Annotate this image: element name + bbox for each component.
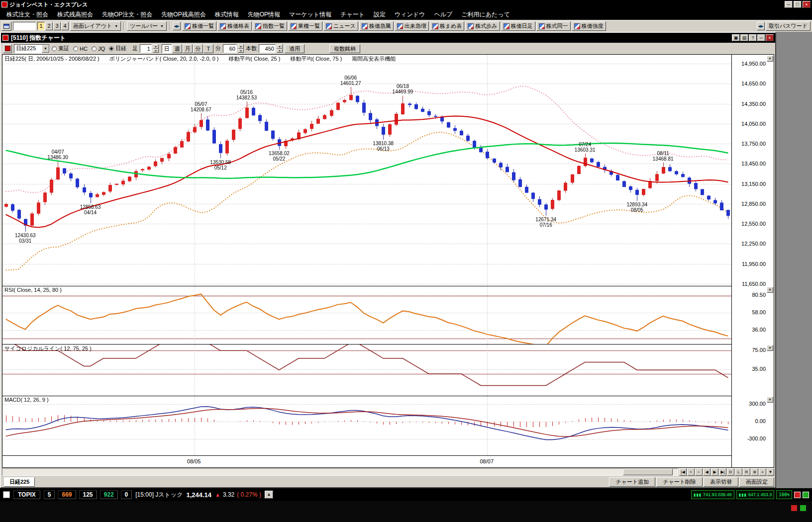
menu-item-8[interactable]: 設定 <box>369 9 390 20</box>
macd-canvas[interactable] <box>2 396 731 455</box>
bottom-button-0[interactable]: チャート追加 <box>609 477 655 487</box>
menu-item-3[interactable]: 先物OP残高照会 <box>157 9 210 20</box>
chevron-down-icon[interactable]: ▼ <box>42 45 49 53</box>
scrollbar-button-5[interactable]: ▶| <box>719 468 726 476</box>
market-radio-HC[interactable]: HC <box>73 46 88 52</box>
spinner-down-icon[interactable]: ▼ <box>153 49 159 53</box>
child-minimize-button[interactable]: ─ <box>757 34 765 41</box>
toolbar-button-0[interactable]: 株価一覧 <box>182 21 216 31</box>
count-spinner[interactable]: ▲▼ <box>277 44 283 53</box>
minute-input[interactable] <box>223 44 237 53</box>
chart-menu-button[interactable] <box>3 44 12 53</box>
toolbar-button-7[interactable]: 株まめ表 <box>430 21 465 31</box>
scrollbar-button-11[interactable]: ▼ <box>767 468 774 476</box>
scrollbar-button-7[interactable]: L <box>735 468 742 476</box>
panel-settings-dropdown-0[interactable]: ▼ <box>767 56 773 62</box>
market-radio-日経[interactable]: 日経 <box>109 45 126 52</box>
multi-symbol-button[interactable]: 複数銘柄 <box>329 44 360 53</box>
scrollbar-button-0[interactable]: |◀ <box>679 468 687 476</box>
toolbar-button-6[interactable]: 出来急増 <box>395 21 429 31</box>
dock-arrows-icon[interactable]: ◀▶ <box>757 22 765 30</box>
menu-item-0[interactable]: 株式注文・照会 <box>2 9 53 20</box>
toolbar-button-9[interactable]: 株価日足 <box>501 21 535 31</box>
scrollbar-thumb[interactable] <box>623 469 673 475</box>
spinner-up-icon[interactable]: ▲ <box>238 44 244 49</box>
layout-button-4[interactable]: 4 <box>61 22 69 30</box>
tab-nikkei225[interactable]: 日経225 <box>4 477 35 487</box>
status-checkbox[interactable] <box>3 491 10 498</box>
layout-button-1[interactable]: 1 <box>37 22 45 30</box>
spinner-down-icon[interactable]: ▼ <box>238 49 244 53</box>
maximize-button[interactable]: □ <box>794 1 802 8</box>
menu-item-1[interactable]: 株式残高照会 <box>53 9 98 20</box>
child-help-button[interactable]: ? <box>749 34 757 41</box>
menu-item-2[interactable]: 先物OP注文・照会 <box>98 9 157 20</box>
menu-item-9[interactable]: ウィンドウ <box>390 9 429 20</box>
child-close-button[interactable]: × <box>766 34 774 41</box>
toolbar-button-3[interactable]: 業種一覧 <box>288 21 322 31</box>
market-radio-東証[interactable]: 東証 <box>52 45 69 52</box>
toolbar-button-4[interactable]: ニュース <box>323 21 358 31</box>
close-button[interactable]: × <box>803 1 811 8</box>
period-button-日[interactable]: 日 <box>162 44 172 53</box>
scrollbar-button-1[interactable]: + <box>687 468 695 476</box>
minimize-button[interactable]: ─ <box>785 1 793 8</box>
child-pin-button[interactable]: ▣ <box>732 34 740 41</box>
menu-item-5[interactable]: 先物OP情報 <box>243 9 285 20</box>
scrollbar-button-8[interactable]: R <box>743 468 750 476</box>
toolbar-menu-button[interactable]: ツールバー ▼ <box>127 21 167 31</box>
toolbar-button-11[interactable]: 株価強度 <box>572 21 606 31</box>
toolbar-button-10[interactable]: 株式同一 <box>536 21 571 31</box>
panel-settings-dropdown-2[interactable]: ▼ <box>767 345 773 351</box>
apply-button[interactable]: 適用 <box>285 44 304 53</box>
period-button-分[interactable]: 分 <box>193 44 203 53</box>
layout-button-3[interactable]: 3 <box>53 22 61 30</box>
rsi-canvas[interactable] <box>2 286 731 344</box>
menu-item-7[interactable]: チャート <box>336 9 369 20</box>
tray-red-icon <box>791 505 797 511</box>
toolbar-button-2[interactable]: 指数一覧 <box>253 21 287 31</box>
bottom-button-1[interactable]: チャート削除 <box>656 477 703 487</box>
scrollbar-button-4[interactable]: ▶ <box>711 468 718 476</box>
bar-count-input[interactable] <box>140 44 152 53</box>
minute-spinner[interactable]: ▲▼ <box>238 44 244 53</box>
period-button-月[interactable]: 月 <box>183 44 193 53</box>
period-button-週[interactable]: 週 <box>172 44 182 53</box>
window-icon-button[interactable] <box>1 21 11 31</box>
trade-password-button[interactable]: 取引パスワード <box>766 21 811 31</box>
spinner-up-icon[interactable]: ▲ <box>153 44 159 49</box>
bottom-button-3[interactable]: 画面設定 <box>739 477 774 487</box>
toolbar-button-5[interactable]: 株価急騰 <box>359 21 394 31</box>
child-restore-button[interactable]: ▤ <box>740 34 748 41</box>
toolbar-blank-field[interactable] <box>13 22 36 30</box>
menu-item-6[interactable]: マーケット情報 <box>285 9 336 20</box>
count-input[interactable] <box>259 44 276 53</box>
panel-settings-dropdown-1[interactable]: ▼ <box>767 287 773 293</box>
menu-item-11[interactable]: ご利用にあたって <box>457 9 514 20</box>
symbol-select[interactable]: 日経225 ▼ <box>14 44 50 53</box>
scrollbar-button-3[interactable]: ◀ <box>703 468 710 476</box>
bar-count-spinner[interactable]: ▲▼ <box>153 44 159 53</box>
psy-canvas[interactable] <box>2 345 731 396</box>
popup-button[interactable]: ▲ <box>265 491 273 499</box>
main-chart-canvas[interactable] <box>2 55 731 286</box>
index-name-label[interactable]: TOPIX <box>13 490 40 499</box>
market-radio-JQ[interactable]: JQ <box>92 46 105 52</box>
layout-button-2[interactable]: 2 <box>45 22 53 30</box>
menu-item-4[interactable]: 株式情報 <box>210 9 243 20</box>
screen-layout-button[interactable]: 画面レイアウト ▼ <box>70 21 121 31</box>
scrollbar-button-10[interactable]: × <box>759 468 766 476</box>
spinner-up-icon[interactable]: ▲ <box>277 44 283 49</box>
toolbar-button-1[interactable]: 株価格表 <box>217 21 252 31</box>
toolbar-collapse-icon[interactable]: ◀▶ <box>173 22 181 30</box>
bottom-button-2[interactable]: 表示切替 <box>704 477 738 487</box>
spinner-down-icon[interactable]: ▼ <box>277 49 283 53</box>
panel-settings-dropdown-3[interactable]: ▼ <box>767 397 773 403</box>
toolbar-button-8[interactable]: 株式歩み <box>465 21 500 31</box>
period-button-T[interactable]: T <box>203 44 213 53</box>
menu-item-10[interactable]: ヘルプ <box>429 9 457 20</box>
scrollbar-button-2[interactable]: − <box>695 468 703 476</box>
scrollbar-button-9[interactable]: ⊕ <box>751 468 758 476</box>
scrollbar-button-6[interactable]: D <box>727 468 734 476</box>
scrollbar-track[interactable] <box>2 468 678 476</box>
